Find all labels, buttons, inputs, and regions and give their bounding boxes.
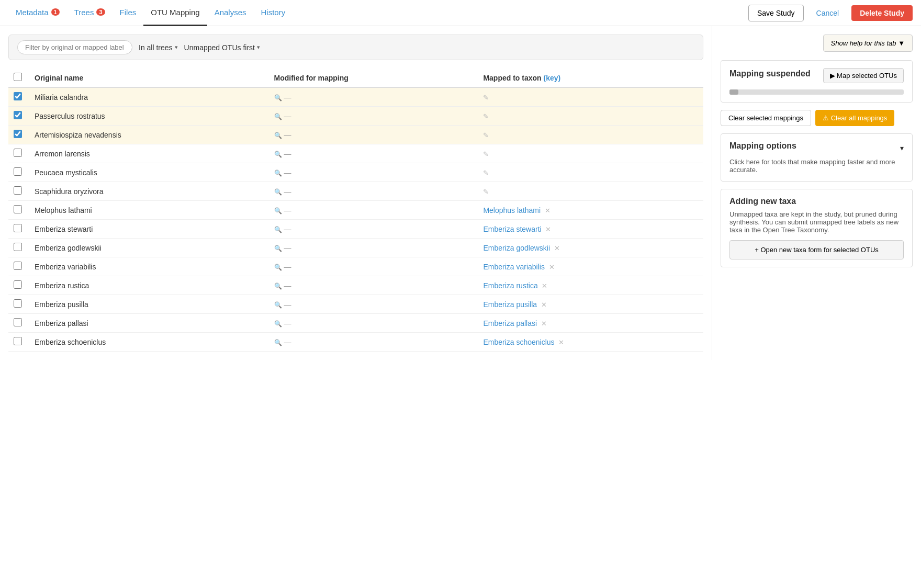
show-help-button[interactable]: Show help for this tab ▼ [823,35,913,52]
search-icon[interactable]: 🔍 [274,169,282,177]
modified-cell: 🔍 — [269,295,478,314]
row-checkbox-cell [8,87,29,107]
tab-analyses[interactable]: Analyses [207,0,254,26]
tree-filter-label: In all trees [139,43,173,52]
otu-table: Original name Modified for mapping Mappe… [8,69,703,352]
original-name: Emberiza stewarti [35,225,93,233]
tree-filter-dropdown[interactable]: In all trees ▾ [139,43,178,52]
tab-metadata[interactable]: Metadata 1 [8,0,67,26]
original-name-cell: Scaphidura oryzivora [29,182,269,201]
row-checkbox-cell [8,333,29,352]
mapped-taxon-link[interactable]: Emberiza schoeniclus [483,338,554,346]
remove-mapping-icon[interactable]: ✕ [547,263,555,271]
open-taxa-label: + Open new taxa form for selected OTUs [755,246,879,254]
sort-filter-dropdown[interactable]: Unmapped OTUs first ▾ [184,43,260,52]
mapped-taxon-link[interactable]: Emberiza stewarti [483,225,541,233]
remove-mapping-icon[interactable]: ✕ [557,338,565,346]
remove-mapping-icon[interactable]: ✕ [539,320,547,327]
remove-mapping-icon[interactable]: ✕ [539,301,547,309]
mapping-options-header[interactable]: Mapping options ▾ [729,141,904,155]
mapping-options-card[interactable]: Mapping options ▾ Click here for tools t… [721,133,913,182]
mapped-cell: Melophus lathami ✕ [478,201,703,220]
edit-mapping-icon[interactable]: ✎ [483,94,489,101]
delete-study-button[interactable]: Delete Study [851,5,913,21]
row-checkbox[interactable] [14,243,22,251]
adding-taxa-text: Unmapped taxa are kept in the study, but… [729,210,904,234]
mapping-options-title: Mapping options [729,141,796,151]
original-name: Emberiza pallasi [35,319,88,327]
search-icon[interactable]: 🔍 [274,320,282,327]
search-icon[interactable]: 🔍 [274,339,282,346]
modified-cell: 🔍 — [269,182,478,201]
tab-history[interactable]: History [254,0,293,26]
modified-cell: 🔍 — [269,314,478,333]
edit-mapping-icon[interactable]: ✎ [483,131,489,139]
mapped-taxon-link[interactable]: Emberiza pallasi [483,319,537,327]
search-icon[interactable]: 🔍 [274,207,282,214]
edit-mapping-icon[interactable]: ✎ [483,188,489,196]
mapped-key-link[interactable]: (key) [544,74,561,82]
search-icon[interactable]: 🔍 [274,245,282,252]
table-row: Emberiza godlewskii🔍 — Emberiza godlewsk… [8,239,703,257]
original-name-cell: Emberiza pusilla [29,295,269,314]
row-checkbox[interactable] [14,299,22,308]
remove-mapping-icon[interactable]: ✕ [540,282,548,290]
remove-mapping-icon[interactable]: ✕ [544,225,552,233]
row-checkbox[interactable] [14,130,22,138]
row-checkbox[interactable] [14,280,22,289]
search-icon[interactable]: 🔍 [274,94,282,101]
row-checkbox[interactable] [14,92,22,100]
tree-filter-chevron-icon: ▾ [175,44,178,51]
remove-mapping-icon[interactable]: ✕ [543,207,551,214]
tab-trees-label: Trees [74,8,94,17]
modified-dash: — [282,168,291,177]
row-checkbox-cell [8,201,29,220]
edit-mapping-icon[interactable]: ✎ [483,150,489,158]
search-icon[interactable]: 🔍 [274,282,282,290]
row-checkbox[interactable] [14,111,22,119]
row-checkbox[interactable] [14,186,22,195]
row-checkbox[interactable] [14,262,22,270]
row-checkbox[interactable] [14,205,22,213]
filter-input[interactable] [17,40,132,54]
modified-dash: — [282,206,291,214]
select-all-checkbox[interactable] [14,73,22,81]
mapped-taxon-link[interactable]: Emberiza variabilis [483,263,544,271]
mapping-options-chevron-icon: ▾ [900,144,904,152]
search-icon[interactable]: 🔍 [274,113,282,120]
row-checkbox[interactable] [14,318,22,326]
mapped-taxon-link[interactable]: Emberiza pusilla [483,300,537,309]
row-checkbox[interactable] [14,224,22,232]
edit-mapping-icon[interactable]: ✎ [483,112,489,120]
clear-all-mappings-button[interactable]: ⚠ Clear all mappings [815,110,894,126]
map-selected-button[interactable]: ▶ Map selected OTUs [823,68,904,83]
search-icon[interactable]: 🔍 [274,151,282,158]
tab-files[interactable]: Files [113,0,144,26]
mapped-taxon-link[interactable]: Emberiza godlewskii [483,244,550,252]
search-icon[interactable]: 🔍 [274,132,282,139]
trees-badge: 3 [96,8,105,16]
clear-selected-mappings-button[interactable]: Clear selected mappings [721,110,811,126]
table-row: Emberiza rustica🔍 — Emberiza rustica ✕ [8,276,703,295]
mapped-taxon-link[interactable]: Emberiza rustica [483,281,537,290]
search-icon[interactable]: 🔍 [274,188,282,196]
save-study-button[interactable]: Save Study [748,5,804,21]
original-name: Melophus lathami [35,206,92,214]
row-checkbox[interactable] [14,167,22,176]
row-checkbox[interactable] [14,149,22,157]
modified-cell: 🔍 — [269,87,478,107]
modified-cell: 🔍 — [269,126,478,144]
mapped-cell: ✎ [478,182,703,201]
mapped-taxon-link[interactable]: Melophus lathami [483,206,541,214]
edit-mapping-icon[interactable]: ✎ [483,169,489,177]
open-new-taxa-form-button[interactable]: + Open new taxa form for selected OTUs [729,240,904,259]
modified-dash: — [282,263,291,271]
tab-trees[interactable]: Trees 3 [67,0,113,26]
search-icon[interactable]: 🔍 [274,301,282,309]
search-icon[interactable]: 🔍 [274,264,282,271]
row-checkbox[interactable] [14,337,22,345]
tab-otu-mapping[interactable]: OTU Mapping [143,0,207,26]
cancel-button[interactable]: Cancel [808,5,848,21]
remove-mapping-icon[interactable]: ✕ [552,244,560,252]
search-icon[interactable]: 🔍 [274,226,282,233]
